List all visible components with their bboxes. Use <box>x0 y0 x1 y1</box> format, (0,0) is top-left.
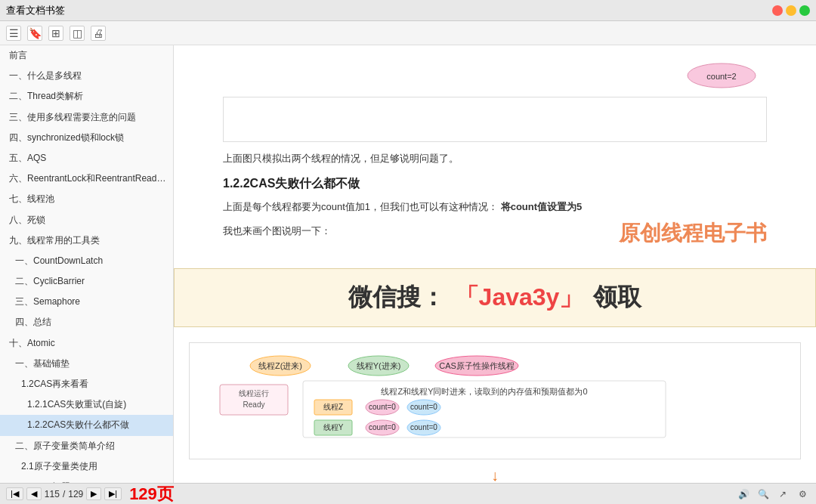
prev-page-button[interactable]: ◀ <box>26 487 42 500</box>
svg-text:CAS原子性操作线程: CAS原子性操作线程 <box>439 361 515 370</box>
svg-text:count=2: count=2 <box>706 72 736 81</box>
sidebar-item-s16[interactable]: 1.2CAS再来看看 <box>0 374 173 394</box>
svg-text:线程Z(进来): 线程Z(进来) <box>258 361 302 370</box>
sidebar-item-s13[interactable]: 四、总结 <box>0 312 173 332</box>
sidebar-item-s8[interactable]: 八、死锁 <box>0 210 173 230</box>
sidebar-item-s5[interactable]: 五、AQS <box>0 148 173 169</box>
arrow-down-1: ↓ <box>189 467 801 483</box>
intro-text: 上面图只模拟出两个线程的情况，但足够说明问题了。 <box>223 150 767 167</box>
window-controls <box>772 5 810 16</box>
bottom-bar: |◀ ◀ 115 / 129 ▶ ▶| 129页 🔊 🔍 ↗ ⚙ <box>0 483 816 504</box>
sidebar-item-s7[interactable]: 七、线程池 <box>0 189 173 209</box>
svg-text:count=0: count=0 <box>410 423 437 431</box>
svg-text:线程Y: 线程Y <box>323 423 344 431</box>
para1: 上面是每个线程都要为count值加1，但我们也可以有这种情况： 将count值设… <box>223 198 767 215</box>
sidebar-item-s3[interactable]: 三、使用多线程需要注意的问题 <box>0 107 173 128</box>
top-bar-title: 查看文档书签 <box>6 4 65 17</box>
wechat-banner: 微信搜： 「Java3y」 领取 <box>174 268 816 327</box>
svg-text:线程Y(进来): 线程Y(进来) <box>357 361 401 370</box>
sidebar-item-s0[interactable]: 前言 <box>0 45 173 66</box>
svg-text:count=0: count=0 <box>410 403 437 411</box>
page-total: 129 <box>68 489 83 499</box>
sidebar: 前言一、什么是多线程二、Thread类解析三、使用多线程需要注意的问题四、syn… <box>0 45 174 483</box>
last-page-button[interactable]: ▶| <box>104 487 122 500</box>
sidebar-item-s12[interactable]: 三、Semaphore <box>0 292 173 312</box>
sidebar-item-s10[interactable]: 一、CountDownLatch <box>0 251 173 271</box>
content-area[interactable]: count=2 上面图只模拟出两个线程的情况，但足够说明问题了。 1.2.2CA… <box>174 45 816 483</box>
menu-icon[interactable]: ☰ <box>6 26 21 41</box>
next-page-button[interactable]: ▶ <box>86 487 101 500</box>
diagram1-svg: 线程Z(进来) 线程Y(进来) CAS原子性操作线程 线程运行 Ready 线程… <box>197 351 793 449</box>
svg-text:count=0: count=0 <box>369 403 396 411</box>
sidebar-item-s19[interactable]: 二、原子变量类简单介绍 <box>0 436 173 456</box>
sidebar-item-s17[interactable]: 1.2.1CAS失败重试(自旋) <box>0 394 173 415</box>
print-icon[interactable]: 🖨 <box>91 26 106 41</box>
diagrams-section: 线程Z(进来) 线程Y(进来) CAS原子性操作线程 线程运行 Ready 线程… <box>174 335 816 483</box>
sidebar-item-s2[interactable]: 二、Thread类解析 <box>0 86 173 107</box>
para2-text: 我也来画个图说明一下： <box>223 225 331 237</box>
bottom-icons: 🔊 🔍 ↗ ⚙ <box>736 487 810 502</box>
bookmark-icon[interactable]: 🔖 <box>27 26 42 41</box>
svg-text:线程运行: 线程运行 <box>239 389 269 397</box>
first-page-button[interactable]: |◀ <box>6 487 23 500</box>
sidebar-item-s15[interactable]: 一、基础铺垫 <box>0 354 173 374</box>
svg-text:线程Z: 线程Z <box>323 403 343 411</box>
svg-text:Ready: Ready <box>243 400 265 409</box>
minimize-button[interactable] <box>786 5 796 16</box>
wechat-prefix: 微信搜： <box>348 283 452 311</box>
close-button[interactable] <box>772 5 783 16</box>
wechat-name: 「Java3y」 <box>455 283 584 311</box>
section-title: 1.2.2CAS失败什么都不做 <box>223 176 767 192</box>
sidebar-item-s11[interactable]: 二、CyclicBarrier <box>0 271 173 292</box>
speaker-icon[interactable]: 🔊 <box>736 487 751 502</box>
sidebar-item-s9[interactable]: 九、线程常用的工具类 <box>0 230 173 251</box>
page-navigation: |◀ ◀ 115 / 129 ▶ ▶| <box>6 487 122 500</box>
watermark: 原创线程电子书 <box>619 215 767 252</box>
sidebar-item-s18[interactable]: 1.2.2CAS失败什么都不做 <box>0 415 173 435</box>
page-current: 115 <box>45 489 60 499</box>
para1-text: 上面是每个线程都要为count值加1，但我们也可以有这种情况： <box>223 201 498 212</box>
para1-bold: 将count值设置为5 <box>501 201 583 212</box>
wechat-suffix: 领取 <box>586 283 641 311</box>
sidebar-item-s4[interactable]: 四、synchronized锁和lock锁 <box>0 128 173 148</box>
search-icon[interactable]: 🔍 <box>756 487 771 502</box>
toolbar: ☰ 🔖 ⊞ ◫ 🖨 <box>0 21 816 45</box>
svg-text:线程Z和线程Y同时进来，读取到的内存值和预期值都为0: 线程Z和线程Y同时进来，读取到的内存值和预期值都为0 <box>381 387 587 396</box>
layout-icon[interactable]: ◫ <box>70 26 85 41</box>
doc-page-top: count=2 上面图只模拟出两个线程的情况，但足够说明问题了。 1.2.2CA… <box>193 45 797 261</box>
top-bar: 查看文档书签 <box>0 0 816 21</box>
para2: 我也来画个图说明一下： 原创线程电子书 <box>223 222 767 240</box>
share-icon[interactable]: ↗ <box>775 487 790 502</box>
page-count-label: 129页 <box>129 483 174 505</box>
main-layout: 前言一、什么是多线程二、Thread类解析三、使用多线程需要注意的问题四、syn… <box>0 45 816 483</box>
svg-text:count=0: count=0 <box>369 423 396 431</box>
maximize-button[interactable] <box>799 5 810 16</box>
sidebar-item-s6[interactable]: 六、ReentrantLock和ReentrantReadW... <box>0 169 173 189</box>
sidebar-item-s14[interactable]: 十、Atomic <box>0 333 173 354</box>
sidebar-item-s1[interactable]: 一、什么是多线程 <box>0 66 173 86</box>
view-icon[interactable]: ⊞ <box>48 26 63 41</box>
page-separator: / <box>63 489 65 499</box>
diagram-box-1: 线程Z(进来) 线程Y(进来) CAS原子性操作线程 线程运行 Ready 线程… <box>189 342 801 459</box>
sidebar-item-s20[interactable]: 2.1原子变量类使用 <box>0 456 173 477</box>
count2-diagram: count=2 <box>676 60 767 91</box>
settings-icon[interactable]: ⚙ <box>795 487 810 502</box>
